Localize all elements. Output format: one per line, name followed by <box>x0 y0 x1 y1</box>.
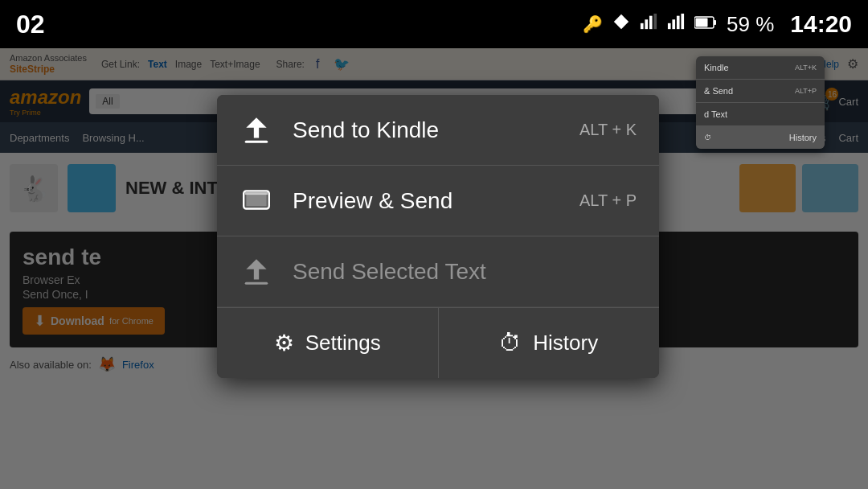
send-selected-text-item[interactable]: Send Selected Text <box>217 236 659 307</box>
preview-and-send-icon <box>240 184 273 218</box>
hint-item-text: d Text <box>696 103 825 126</box>
status-clock: 14:20 <box>790 10 852 38</box>
svg-rect-10 <box>714 20 716 25</box>
svg-marker-0 <box>614 14 628 29</box>
hint-history-icon: ⏱ <box>704 134 711 142</box>
hint-history-label: History <box>789 133 817 142</box>
popup-menu: Send to Kindle ALT + K Preview & Send AL… <box>217 95 659 378</box>
history-label: History <box>533 331 598 355</box>
vpn-key-icon: 🔑 <box>583 14 603 34</box>
send-selected-text-icon <box>240 255 273 289</box>
hint-text-label: d Text <box>704 109 727 119</box>
hint-send-kbd: ALT+P <box>795 87 817 95</box>
hint-item-history: ⏱ History <box>696 126 825 149</box>
wifi-icon <box>612 13 630 35</box>
svg-rect-2 <box>645 19 648 29</box>
send-selected-text-label: Send Selected Text <box>293 259 617 285</box>
hint-kindle-label: Kindle <box>704 63 729 72</box>
hint-kindle-kbd: ALT+K <box>795 64 817 72</box>
svg-rect-8 <box>681 14 684 29</box>
svg-rect-13 <box>245 140 268 142</box>
svg-rect-11 <box>696 18 708 27</box>
preview-and-send-shortcut: ALT + P <box>579 191 637 210</box>
battery-percentage: 59 % <box>727 12 774 37</box>
svg-rect-18 <box>245 281 268 284</box>
settings-label: Settings <box>305 331 381 355</box>
hint-popup: Kindle ALT+K & Send ALT+P d Text ⏱ Histo… <box>696 56 825 149</box>
svg-marker-12 <box>246 117 266 138</box>
settings-button[interactable]: ⚙ Settings <box>217 308 439 378</box>
history-clock-icon: ⏱ <box>499 330 522 356</box>
hint-item-kindle: Kindle ALT+K <box>696 56 825 80</box>
svg-rect-5 <box>668 23 671 29</box>
settings-gear-icon: ⚙ <box>274 330 294 356</box>
history-button[interactable]: ⏱ History <box>439 308 660 378</box>
send-to-kindle-item[interactable]: Send to Kindle ALT + K <box>217 95 659 166</box>
preview-and-send-label: Preview & Send <box>293 188 560 214</box>
status-time: 02 <box>16 10 45 39</box>
status-icons: 🔑 <box>583 10 852 38</box>
hint-item-send: & Send ALT+P <box>696 80 825 103</box>
send-to-kindle-shortcut: ALT + K <box>579 121 637 139</box>
popup-bottom-row: ⚙ Settings ⏱ History <box>217 307 659 378</box>
svg-rect-16 <box>245 191 268 194</box>
signal-icon-2 <box>667 13 685 35</box>
send-to-kindle-label: Send to Kindle <box>293 117 560 143</box>
hint-send-label: & Send <box>704 86 733 96</box>
preview-and-send-item[interactable]: Preview & Send ALT + P <box>217 166 659 236</box>
battery-icon <box>694 14 717 35</box>
signal-icon-1 <box>640 13 657 35</box>
svg-rect-3 <box>649 16 653 29</box>
svg-rect-4 <box>653 14 657 29</box>
send-to-kindle-icon <box>240 113 273 147</box>
svg-rect-7 <box>677 16 680 29</box>
svg-rect-1 <box>641 23 644 29</box>
svg-marker-17 <box>246 259 266 279</box>
status-bar: 02 🔑 <box>0 0 868 48</box>
svg-rect-6 <box>672 19 675 29</box>
svg-rect-15 <box>246 193 266 206</box>
